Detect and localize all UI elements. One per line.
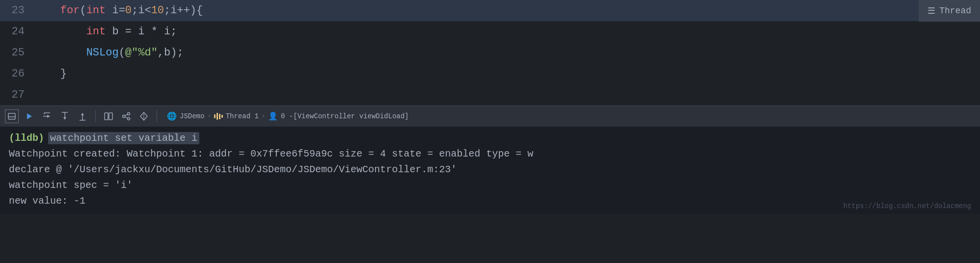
share-button[interactable]	[119, 109, 133, 123]
thread-button-label: Thread	[939, 6, 971, 16]
step-out-button[interactable]	[76, 109, 89, 123]
breadcrumb-person-icon: 👤	[268, 111, 278, 121]
step-over-button[interactable]	[40, 109, 54, 123]
code-content: }	[34, 68, 67, 80]
code-content: int b = i * i;	[34, 26, 177, 38]
breadcrumb-project[interactable]: JSDemo	[180, 112, 204, 120]
svg-point-13	[128, 113, 130, 115]
code-line: 23 for(int i=0;i<10;i++){	[0, 0, 980, 21]
svg-marker-4	[47, 115, 50, 118]
svg-line-17	[125, 117, 128, 118]
line-number: 25	[0, 47, 34, 59]
svg-line-16	[125, 114, 128, 116]
globe-icon: 🌐	[167, 111, 177, 121]
debug-console: (lldb) watchpoint set variable i Watchpo…	[0, 127, 980, 214]
code-line: 24 int b = i * i;	[0, 21, 980, 42]
svg-point-15	[123, 115, 125, 118]
toolbar: 🌐 JSDemo › Thread 1 › 👤 0 -[ViewControll…	[0, 105, 980, 127]
svg-rect-0	[8, 113, 15, 119]
breadcrumb-separator-1: ›	[207, 113, 211, 120]
svg-marker-2	[27, 113, 32, 119]
toolbar-separator-1	[95, 110, 96, 122]
svg-marker-9	[81, 113, 84, 115]
thread-button[interactable]: ☰ Thread	[919, 0, 980, 22]
svg-rect-12	[109, 113, 112, 120]
console-output: Watchpoint created: Watchpoint 1: addr =…	[9, 146, 971, 209]
console-toggle-button[interactable]	[5, 109, 19, 123]
breadcrumb-frame[interactable]: 0 -[ViewController viewDidLoad]	[281, 112, 408, 120]
svg-point-14	[128, 118, 130, 120]
toolbar-breadcrumb: 🌐 JSDemo › Thread 1 › 👤 0 -[ViewControll…	[167, 111, 409, 121]
code-content: for(int i=0;i<10;i++){	[34, 4, 203, 17]
console-input-line: (lldb) watchpoint set variable i	[9, 132, 971, 144]
editor-area: 23 for(int i=0;i<10;i++){24 int b = i * …	[0, 0, 980, 105]
toolbar-separator-2	[157, 110, 157, 122]
step-into-button[interactable]	[58, 109, 72, 123]
code-content: NSLog(@"%d",b);	[34, 47, 184, 59]
line-number: 23	[0, 4, 34, 17]
svg-rect-11	[105, 113, 108, 120]
location-button[interactable]	[137, 109, 151, 123]
console-command[interactable]: watchpoint set variable i	[48, 132, 199, 144]
hamburger-icon: ☰	[927, 5, 935, 16]
breadcrumb-separator-2: ›	[262, 113, 265, 120]
code-line: 26 }	[0, 63, 980, 84]
line-number: 26	[0, 68, 34, 80]
code-line: 25 NSLog(@"%d",b);	[0, 42, 980, 63]
line-number: 24	[0, 26, 34, 38]
console-output-line1: Watchpoint created: Watchpoint 1: addr =…	[9, 146, 971, 162]
breadcrumb-thread-icon	[214, 113, 223, 120]
console-output-line2: declare @ '/Users/jackxu/Documents/GitHu…	[9, 162, 971, 178]
code-line: 27	[0, 84, 980, 105]
console-prompt: (lldb)	[9, 132, 44, 144]
line-number: 27	[0, 89, 34, 101]
breadcrumb-thread[interactable]: Thread 1	[226, 112, 259, 120]
console-output-line4: new value: -1	[9, 193, 971, 209]
play-button[interactable]	[23, 109, 36, 123]
watermark: https://blog.csdn.net/dolacmeng	[844, 202, 971, 210]
console-output-line3: watchpoint spec = 'i'	[9, 178, 971, 193]
view-toggle-button[interactable]	[102, 109, 115, 123]
svg-marker-6	[63, 117, 66, 120]
